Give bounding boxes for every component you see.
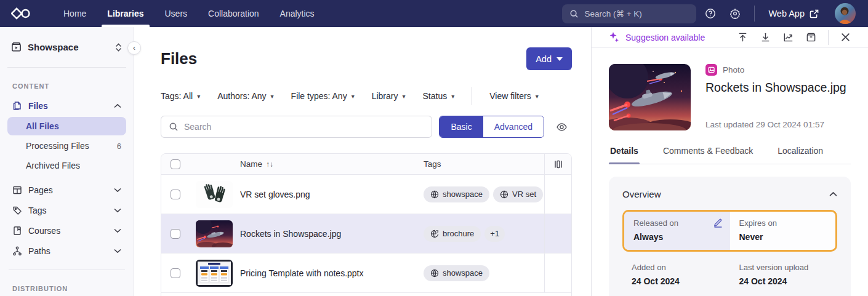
navbar-divider <box>754 6 755 22</box>
filter-status[interactable]: Status▾ <box>423 91 455 101</box>
sidebar-collapse-button[interactable]: ‹ <box>127 41 141 55</box>
close-icon[interactable] <box>835 27 856 47</box>
sparkles-icon <box>609 31 620 43</box>
global-search-input[interactable]: Search (⌘ + K) <box>562 4 696 23</box>
released-on-field[interactable]: Released on Always <box>624 212 730 250</box>
chevron-up-icon <box>114 103 121 108</box>
tab-details[interactable]: Details <box>609 146 640 164</box>
workspace-name: Showspace <box>28 42 108 52</box>
edit-pencil-icon[interactable] <box>713 218 723 228</box>
page-title: Files <box>161 49 197 68</box>
external-link-icon <box>810 9 819 18</box>
basic-mode-button[interactable]: Basic <box>440 116 483 137</box>
caret-down-icon: ▾ <box>402 93 405 100</box>
filter-authors[interactable]: Authors: Any▾ <box>217 91 273 101</box>
web-app-label: Web App <box>768 9 805 18</box>
select-all-checkbox[interactable] <box>171 159 180 169</box>
expires-on-label: Expires on <box>739 218 827 228</box>
file-name: Rockets in Showspace.jpg <box>240 229 341 239</box>
sort-icon[interactable]: ↑↓ <box>266 160 273 169</box>
nav-item-collaboration[interactable]: Collaboration <box>198 0 270 27</box>
globe-icon <box>430 190 439 199</box>
release-expiry-highlight-box: Released on Always Expires on Never <box>622 210 837 252</box>
sidebar-item-courses[interactable]: Courses <box>7 221 126 241</box>
web-app-link[interactable]: Web App <box>763 9 824 18</box>
tab-comments-feedback[interactable]: Comments & Feedback <box>662 146 754 164</box>
details-tabs: Details Comments & Feedback Localization <box>609 146 851 164</box>
files-search-input[interactable] <box>184 122 424 132</box>
tag-pill-vr-set[interactable]: VR set <box>493 186 543 202</box>
sidebar-item-archived-files[interactable]: Archived Files <box>7 156 126 175</box>
nav-item-home[interactable]: Home <box>53 0 97 27</box>
caret-down-icon: ▾ <box>536 93 539 100</box>
workspace-select-chevrons-icon[interactable] <box>115 42 123 52</box>
table-row-pricing-template[interactable]: Pricing Template with notes.pptx showspa… <box>161 254 571 293</box>
photo-type-icon <box>705 64 717 76</box>
sidebar-item-paths[interactable]: Paths <box>7 241 126 261</box>
add-button[interactable]: Add <box>526 47 572 70</box>
tab-localization[interactable]: Localization <box>776 146 824 164</box>
sidebar-item-all-files[interactable]: All Files <box>7 117 126 135</box>
files-table: Name ↑↓ Tags <box>161 153 572 296</box>
path-branch-icon <box>12 246 22 256</box>
name-column-header[interactable]: Name ↑↓ <box>190 159 424 169</box>
filter-file-types[interactable]: File types: Any▾ <box>291 91 355 101</box>
view-filters-button[interactable]: View filters▾ <box>489 91 538 101</box>
table-row-rockets-in-showspace[interactable]: Rockets in Showspace.jpg brochure +1 <box>161 214 571 254</box>
globe-icon <box>500 190 508 199</box>
chevron-up-icon[interactable] <box>829 191 837 197</box>
last-updated-text: Last updated 29 Oct 2024 01:57 <box>705 120 851 130</box>
filter-tags[interactable]: Tags: All▾ <box>161 91 200 101</box>
caret-down-icon: ▾ <box>271 93 274 100</box>
download-icon[interactable] <box>755 27 776 47</box>
row-checkbox[interactable] <box>171 190 180 199</box>
sidebar-item-files[interactable]: Files <box>7 96 126 116</box>
nav-item-libraries[interactable]: Libraries <box>97 0 154 27</box>
details-panel: Suggestion available <box>591 27 868 296</box>
visibility-eye-icon[interactable] <box>551 116 572 137</box>
tag-pill-showspace[interactable]: showspace <box>424 186 489 202</box>
row-checkbox[interactable] <box>171 229 180 239</box>
search-icon <box>169 122 179 132</box>
filter-library[interactable]: Library▾ <box>372 91 406 101</box>
column-settings-icon[interactable] <box>544 154 571 174</box>
sidebar-item-label: Pages <box>28 185 108 195</box>
book-icon <box>12 226 22 236</box>
sidebar-item-tags[interactable]: Tags <box>7 201 126 220</box>
filter-label: Status <box>423 91 448 101</box>
files-search-box <box>161 116 432 138</box>
tag-overflow-pill[interactable]: +1 <box>484 226 505 242</box>
added-on-label: Added on <box>632 263 721 272</box>
sidebar-item-processing-files[interactable]: Processing Files 6 <box>7 137 126 155</box>
added-on-field: Added on 24 Oct 2024 <box>622 254 730 286</box>
help-icon[interactable] <box>700 3 721 24</box>
table-row-vr-set-gloves[interactable]: VR set gloves.png showspace VR set <box>161 175 571 214</box>
nav-item-users[interactable]: Users <box>155 0 198 27</box>
tag-label: brochure <box>443 229 474 238</box>
file-preview-image[interactable] <box>609 64 691 130</box>
upload-version-icon[interactable] <box>733 27 753 47</box>
archive-icon[interactable] <box>801 27 821 47</box>
caret-down-icon <box>557 57 563 61</box>
tag-pill-showspace[interactable]: showspace <box>424 265 489 281</box>
workspace-switcher[interactable]: Showspace <box>7 27 126 68</box>
sidebar-subitem-label: All Files <box>26 121 121 131</box>
nav-item-analytics[interactable]: Analytics <box>270 0 325 27</box>
analytics-chart-icon[interactable] <box>778 27 798 47</box>
chevron-down-icon <box>114 228 121 233</box>
file-name: Pricing Template with notes.pptx <box>240 268 364 278</box>
sidebar-item-pages[interactable]: Pages <box>7 180 126 200</box>
advanced-mode-button[interactable]: Advanced <box>483 116 544 137</box>
expires-on-value: Never <box>739 232 827 242</box>
tags-column-header: Tags <box>424 159 544 169</box>
row-checkbox[interactable] <box>171 268 180 278</box>
suggestion-available-link[interactable]: Suggestion available <box>609 31 705 43</box>
globe-suggested-icon <box>430 230 439 238</box>
sidebar-item-label: Tags <box>28 206 108 215</box>
app-logo-icon[interactable] <box>11 0 32 27</box>
file-thumbnail-pricing <box>196 260 233 287</box>
settings-gear-icon[interactable] <box>725 3 745 24</box>
tag-pill-brochure[interactable]: brochure <box>424 226 481 242</box>
user-avatar[interactable] <box>835 3 856 24</box>
row-actions-cell <box>544 214 571 253</box>
